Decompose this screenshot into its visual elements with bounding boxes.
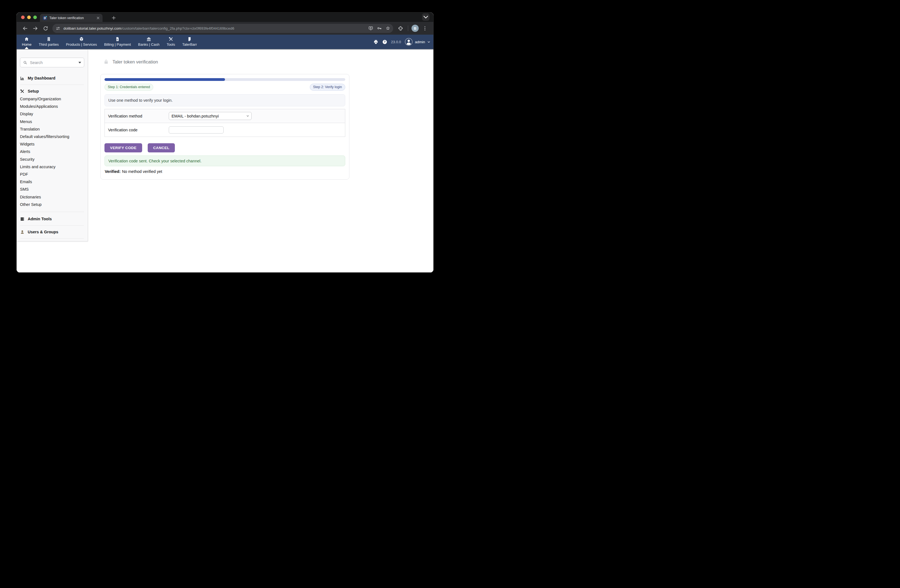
tab-strip: D Taler token verification <box>17 12 433 22</box>
browser-menu-icon[interactable] <box>422 25 428 31</box>
new-tab-button[interactable] <box>111 15 116 20</box>
page-title: Taler token verification <box>113 59 158 65</box>
tab-title: Taler token verification <box>49 16 96 20</box>
verified-label: Verified: <box>105 169 121 174</box>
menu-tools[interactable]: Tools <box>163 35 178 49</box>
sidebar-item-default-values-filters-sorting[interactable]: Default values/filters/sorting <box>20 133 84 141</box>
verification-method-select[interactable]: EMAIL - bohdan.potuzhnyi <box>169 112 251 120</box>
setup-menu: Company/OrganizationModules/Applications… <box>20 95 84 208</box>
tab-close-icon[interactable] <box>96 16 100 20</box>
sidebar-item-menus[interactable]: Menus <box>20 118 84 126</box>
tab-search-button[interactable] <box>422 13 430 21</box>
help-icon[interactable]: ? <box>382 39 387 45</box>
user-name: admin <box>415 40 425 44</box>
navbar-right: ? 23.0.0 admin <box>373 35 431 49</box>
sidebar-item-dictionaries[interactable]: Dictionaries <box>20 193 84 201</box>
verified-status: Verified:No method verified yet <box>105 169 345 174</box>
page-heading: Taler token verification <box>103 59 433 65</box>
sidebar-item-my-dashboard[interactable]: My Dashboard <box>20 74 84 82</box>
setup-label: Setup <box>28 89 39 93</box>
sidebar-item-security[interactable]: Security <box>20 156 84 163</box>
zoom-window-button[interactable] <box>33 16 37 19</box>
back-button[interactable] <box>22 25 28 31</box>
bookmark-star-icon[interactable] <box>385 26 390 31</box>
svg-text:?: ? <box>384 40 385 43</box>
cancel-button[interactable]: CANCEL <box>148 143 175 152</box>
minimize-window-button[interactable] <box>27 16 31 19</box>
version-label: 23.0.0 <box>391 40 401 44</box>
verification-method-wrap: EMAIL - bohdan.potuzhnyi <box>169 112 251 120</box>
forward-button[interactable] <box>33 25 38 31</box>
address-bar[interactable]: dolibarr.tutorial.taler.potuzhnyi.com/cu… <box>52 24 393 33</box>
search-input[interactable] <box>30 61 78 65</box>
chevron-down-icon <box>422 13 430 21</box>
sidebar-item-widgets[interactable]: Widgets <box>20 141 84 148</box>
browser-toolbar: dolibarr.tutorial.taler.potuzhnyi.com/cu… <box>17 22 433 35</box>
site-info-icon[interactable] <box>56 26 61 31</box>
reload-button[interactable] <box>43 25 48 31</box>
menu-products-services[interactable]: Products | Services <box>62 35 101 49</box>
sidebar-item-other-setup[interactable]: Other Setup <box>20 201 84 208</box>
sidebar-item-modules-applications[interactable]: Modules/Applications <box>20 103 84 110</box>
box-icon <box>79 37 84 42</box>
bill-icon: $ <box>115 37 120 42</box>
verification-method-label: Verification method <box>108 114 169 118</box>
user-avatar-icon <box>405 38 413 46</box>
user-chevron-down-icon <box>427 40 431 44</box>
sidebar-item-sms[interactable]: SMS <box>20 186 84 193</box>
sidebar-item-setup[interactable]: Setup <box>20 87 84 95</box>
user-menu[interactable]: admin <box>405 38 431 46</box>
menu-talerbarr[interactable]: TalerBarr <box>179 35 201 49</box>
menu-third-parties[interactable]: Third parties <box>35 35 62 49</box>
sidebar-item-admin-tools[interactable]: Admin Tools <box>20 215 84 223</box>
sidebar-item-limits-and-accuracy[interactable]: Limits and accuracy <box>20 163 84 171</box>
verify-code-button[interactable]: VERIFY CODE <box>104 143 142 152</box>
menu-label: Third parties <box>39 42 59 47</box>
browser-profile-avatar[interactable]: B <box>411 25 419 32</box>
menu-label: Tools <box>166 42 175 47</box>
sidebar-item-translation[interactable]: Translation <box>20 126 84 133</box>
passwords-icon[interactable] <box>377 26 382 31</box>
sidebar-divider <box>20 212 84 212</box>
table-row: Verification code <box>105 123 345 137</box>
browser-tab[interactable]: D Taler token verification <box>40 14 102 22</box>
dolibarr-favicon: D <box>43 16 47 20</box>
dashboard-icon <box>20 76 25 81</box>
menu-billing-payment[interactable]: $Billing | Payment <box>101 35 135 49</box>
app-navbar: HomeThird partiesProducts | Services$Bil… <box>17 35 433 50</box>
main-content: Taler token verification Step 1: Credent… <box>88 50 433 180</box>
table-row: Verification method EMAIL - bohdan.potuz… <box>105 109 345 123</box>
menu-banks-cash[interactable]: Banks | Cash <box>134 35 163 49</box>
tools-icon <box>169 37 174 42</box>
window-controls <box>21 16 37 19</box>
home-icon <box>24 37 29 42</box>
bank-icon <box>146 37 151 42</box>
step2-badge: Step 2: Verify login <box>310 84 345 91</box>
building-icon <box>46 37 51 42</box>
lock-icon <box>103 59 109 65</box>
verification-code-input[interactable] <box>169 126 223 133</box>
success-message: Verification code sent. Check your selec… <box>104 155 345 166</box>
sidebar-item-alerts[interactable]: Alerts <box>20 148 84 155</box>
sidebar-item-emails[interactable]: Emails <box>20 178 84 186</box>
menu-label: Products | Services <box>66 42 97 47</box>
sidebar-item-users-groups[interactable]: Users & Groups <box>20 228 84 236</box>
sidebar-item-display[interactable]: Display <box>20 110 84 118</box>
install-app-icon[interactable] <box>368 26 373 31</box>
menu-home[interactable]: Home <box>18 35 35 49</box>
menu-label: Home <box>22 42 32 47</box>
url-path: /custom/talerbarr/talerconfig_2fa.php?ct… <box>121 26 234 31</box>
sidebar-search <box>20 57 84 67</box>
sidebar-item-company-organization[interactable]: Company/Organization <box>20 95 84 103</box>
browser-window: D Taler token verification dolibarr.tuto… <box>16 12 434 273</box>
person-icon <box>20 230 25 234</box>
sidebar-item-pdf[interactable]: PDF <box>20 171 84 178</box>
verification-code-label: Verification code <box>108 128 169 132</box>
search-caret-icon[interactable] <box>78 62 81 64</box>
menu-label: Banks | Cash <box>138 42 159 47</box>
print-icon[interactable] <box>373 39 379 45</box>
url-text: dolibarr.tutorial.taler.potuzhnyi.com/cu… <box>64 26 365 31</box>
extensions-icon[interactable] <box>398 25 403 31</box>
users-groups-label: Users & Groups <box>28 230 58 234</box>
close-window-button[interactable] <box>21 16 25 19</box>
